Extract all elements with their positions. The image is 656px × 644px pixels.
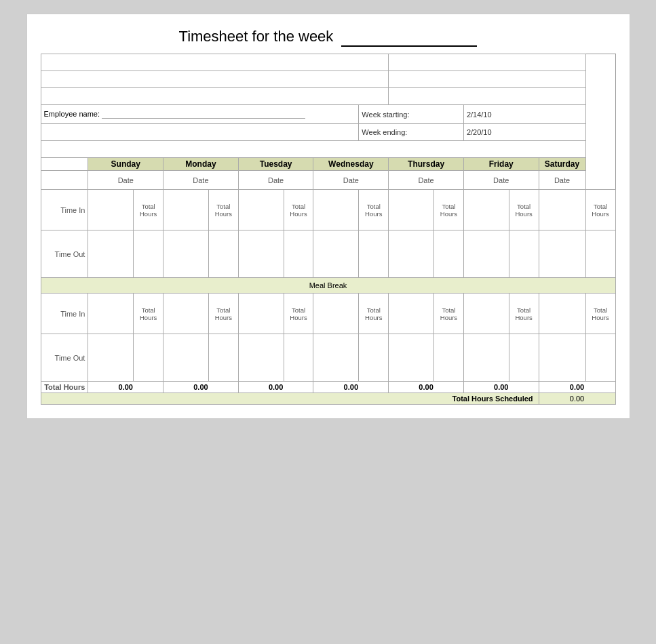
sunday-time-in-1[interactable] [88,190,134,230]
sunday-total: 0.00 [88,382,163,393]
week-ending-value: 2/20/10 [463,124,585,141]
empty-row-3 [41,88,615,105]
thursday-date: Date [389,171,464,190]
meal-break-label: Meal Break [41,278,615,294]
wednesday-header: Wednesday [313,158,389,171]
saturday-time-in-1[interactable] [539,190,585,230]
thursday-total: 0.00 [389,382,464,393]
tuesday-time-out-2[interactable] [238,334,284,382]
monday-time-in-1[interactable] [163,190,209,230]
saturday-time-out-2[interactable] [539,334,585,382]
friday-header: Friday [463,158,539,171]
timesheet-page: Timesheet for the week [26,14,630,419]
sunday-header: Sunday [88,158,163,171]
tuesday-total-hours-2: Total Hours [284,294,313,334]
saturday-total: 0.00 [539,382,615,393]
wednesday-total: 0.00 [313,382,389,393]
label-empty [41,158,88,171]
day-headers-row: Sunday Monday Tuesday Wednesday Thursday… [41,158,615,171]
total-hours-label: Total Hours [41,382,88,393]
thursday-time-out-2[interactable] [389,334,434,382]
tuesday-time-in-2[interactable] [238,294,284,334]
empty-row-4 [41,141,615,158]
meal-break-row: Meal Break [41,278,615,294]
thursday-total-hours-1: Total Hours [434,190,464,230]
tuesday-time-in-1[interactable] [238,190,284,230]
time-out-row-2: Time Out [41,334,615,382]
wednesday-time-out-1[interactable] [313,230,359,278]
thursday-time-in-1[interactable] [389,190,434,230]
friday-date: Date [463,171,539,190]
time-in-row-2: Time In Total Hours Total Hours Total Ho… [41,294,615,334]
saturday-total-hours-2: Total Hours [585,294,615,334]
thursday-total-hours-2: Total Hours [434,294,464,334]
total-hours-row: Total Hours 0.00 0.00 0.00 0.00 0.00 0.0… [41,382,615,393]
week-ending-label: Week ending: [359,124,464,141]
time-in-label-2: Time In [41,294,88,334]
sunday-time-out-1[interactable] [88,230,134,278]
timesheet-table: Employee name: Week starting: 2/14/10 We… [41,54,616,405]
monday-total: 0.00 [163,382,239,393]
saturday-time-in-2[interactable] [539,294,585,334]
saturday-total-hours-1: Total Hours [585,190,615,230]
page-title: Timesheet for the week [41,28,616,47]
monday-header: Monday [163,158,239,171]
saturday-time-out-1[interactable] [539,230,585,278]
friday-total: 0.00 [463,382,539,393]
monday-total-hours-1: Total Hours [208,190,238,230]
time-out-label-2: Time Out [41,334,88,382]
time-in-label-1: Time In [41,190,88,230]
wednesday-total-hours-2: Total Hours [359,294,389,334]
scheduled-row: Total Hours Scheduled 0.00 [41,393,615,405]
tuesday-header: Tuesday [238,158,313,171]
empty-row-2 [41,71,615,88]
tuesday-time-out-1[interactable] [238,230,284,278]
friday-total-hours-1: Total Hours [509,190,539,230]
sunday-time-in-2[interactable] [88,294,134,334]
wednesday-total-hours-1: Total Hours [359,190,389,230]
friday-time-in-1[interactable] [463,190,509,230]
tuesday-date: Date [238,171,313,190]
monday-time-out-1[interactable] [163,230,209,278]
employee-row: Employee name: Week starting: 2/14/10 [41,105,615,124]
date-row: Date Date Date Date Date Date Date [41,171,615,190]
wednesday-date: Date [313,171,389,190]
friday-time-out-1[interactable] [463,230,509,278]
thursday-header: Thursday [389,158,464,171]
monday-time-in-2[interactable] [163,294,209,334]
thursday-time-out-1[interactable] [389,230,434,278]
monday-date: Date [163,171,239,190]
sunday-date: Date [88,171,163,190]
sunday-total-hours-2: Total Hours [134,294,163,334]
saturday-date: Date [539,171,585,190]
wednesday-time-in-2[interactable] [313,294,359,334]
monday-total-hours-2: Total Hours [208,294,238,334]
time-in-row-1: Time In Total Hours Total Hours Total Ho… [41,190,615,230]
friday-time-in-2[interactable] [463,294,509,334]
employee-name-input[interactable] [102,110,305,119]
monday-time-out-2[interactable] [163,334,209,382]
week-starting-value: 2/14/10 [463,105,585,124]
wednesday-time-in-1[interactable] [313,190,359,230]
friday-time-out-2[interactable] [463,334,509,382]
employee-name-label: Employee name: [44,110,100,118]
total-hours-scheduled-label: Total Hours Scheduled [41,393,539,405]
thursday-time-in-2[interactable] [389,294,434,334]
empty-row-1 [41,54,615,71]
week-underline [341,28,477,47]
sunday-total-hours-1: Total Hours [134,190,163,230]
week-starting-label: Week starting: [359,105,464,124]
week-ending-row: Week ending: 2/20/10 [41,124,615,141]
friday-total-hours-2: Total Hours [509,294,539,334]
time-out-row-1: Time Out [41,230,615,278]
sunday-time-out-2[interactable] [88,334,134,382]
tuesday-total: 0.00 [238,382,313,393]
total-hours-scheduled-value: 0.00 [539,393,615,405]
tuesday-total-hours-1: Total Hours [284,190,313,230]
time-out-label-1: Time Out [41,230,88,278]
wednesday-time-out-2[interactable] [313,334,359,382]
saturday-header: Saturday [539,158,585,171]
